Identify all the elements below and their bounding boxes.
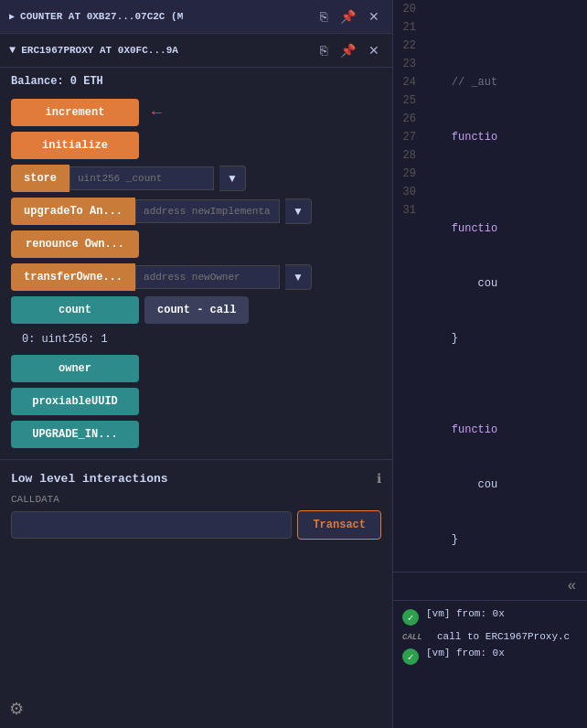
contract1-chevron-icon: ▶: [9, 11, 15, 22]
low-level-input-row: Transact: [11, 510, 381, 540]
double-chevron-icon[interactable]: «: [563, 574, 580, 598]
buttons-area: increment ← initialize store ▼ upgradeTo…: [0, 95, 392, 452]
store-row: store ▼: [11, 165, 381, 192]
low-level-section: Low level interactions ℹ CALLDATA Transa…: [0, 459, 392, 551]
contract2-close-button[interactable]: ✕: [365, 41, 383, 59]
info-icon[interactable]: ℹ: [377, 471, 381, 487]
initialize-row: initialize: [11, 132, 381, 159]
right-panel: 20 21 22 23 24 25 26 27 28 29 30 31 // _…: [393, 0, 587, 728]
terminal-text-1: [vm] from: 0x: [426, 608, 505, 619]
settings-button[interactable]: ⚙: [9, 699, 24, 719]
low-level-header: Low level interactions ℹ: [11, 471, 381, 487]
count-button[interactable]: count: [11, 296, 139, 324]
store-input-group: store: [11, 165, 214, 192]
count-call-button[interactable]: count - call: [144, 296, 249, 324]
initialize-button[interactable]: initialize: [11, 132, 139, 159]
increment-row: increment ←: [11, 99, 381, 126]
balance-label: Balance:: [11, 75, 64, 88]
contract1-copy-button[interactable]: ⎘: [316, 7, 331, 26]
upgradeto-input[interactable]: [135, 199, 280, 223]
line-numbers: 20 21 22 23 24 25 26 27 28 29 30 31: [393, 0, 425, 572]
upgradeto-row: upgradeTo An... ▼: [11, 198, 381, 225]
upgrade-in-row: UPGRADE_IN...: [11, 421, 381, 448]
transact-button[interactable]: Transact: [297, 510, 381, 540]
renounceown-button[interactable]: renounce Own...: [11, 230, 139, 258]
count-result-value: 0: uint256: 1: [22, 333, 108, 346]
code-area: 20 21 22 23 24 25 26 27 28 29 30 31 // _…: [393, 0, 587, 572]
left-panel: ▶ COUNTER AT 0XB27...07C2C (M ⎘ 📌 ✕ ▼ ER…: [0, 0, 393, 728]
contract2-copy-button[interactable]: ⎘: [316, 41, 331, 59]
chevron-area: «: [393, 572, 587, 600]
transferowne-input-group: transferOwne...: [11, 263, 280, 291]
contract2-pin-button[interactable]: 📌: [336, 41, 359, 59]
calldata-label: CALLDATA: [11, 494, 381, 505]
count-result: 0: uint256: 1: [11, 329, 381, 349]
transferowne-row: transferOwne... ▼: [11, 263, 381, 291]
balance-row: Balance: 0 ETH: [0, 68, 392, 95]
contract1-title: COUNTER AT 0XB27...07C2C (M: [20, 11, 311, 22]
success-icon-3: [402, 648, 419, 665]
upgradeto-input-group: upgradeTo An...: [11, 198, 280, 225]
store-dropdown-button[interactable]: ▼: [219, 166, 246, 191]
contract1-close-button[interactable]: ✕: [365, 7, 383, 26]
code-content: // _aut functio functio cou } functio co…: [425, 0, 587, 572]
red-arrow-icon: ←: [152, 103, 162, 122]
terminal-entry-1: [vm] from: 0x: [402, 608, 578, 626]
terminal-area: [vm] from: 0x CALL call to ERC1967Proxy.…: [393, 600, 587, 728]
contract1-pin-button[interactable]: 📌: [336, 7, 359, 26]
success-icon-1: [402, 609, 419, 626]
owner-row: owner: [11, 355, 381, 382]
store-button[interactable]: store: [11, 165, 69, 192]
proxiableuuid-button[interactable]: proxiableUUID: [11, 388, 139, 415]
transferowne-input[interactable]: [135, 265, 280, 289]
upgradeto-dropdown-button[interactable]: ▼: [285, 198, 312, 224]
terminal-text-3: [vm] from: 0x: [426, 648, 505, 658]
upgradeto-button[interactable]: upgradeTo An...: [11, 198, 135, 225]
low-level-title: Low level interactions: [11, 472, 168, 486]
increment-button[interactable]: increment: [11, 99, 139, 126]
balance-value: 0 ETH: [70, 75, 103, 88]
count-row: count count - call: [11, 296, 381, 324]
renounceown-row: renounce Own...: [11, 230, 381, 258]
contract1-header: ▶ COUNTER AT 0XB27...07C2C (M ⎘ 📌 ✕: [0, 0, 392, 34]
contract2-chevron-icon: ▼: [9, 44, 16, 57]
proxiableuuid-row: proxiableUUID: [11, 388, 381, 415]
owner-button[interactable]: owner: [11, 355, 139, 382]
calldata-input[interactable]: [11, 511, 292, 539]
contract2-header: ▼ ERC1967PROXY AT 0X0FC...9A ⎘ 📌 ✕: [0, 34, 392, 68]
bottom-settings: ⚙: [9, 699, 24, 719]
transferowne-dropdown-button[interactable]: ▼: [285, 264, 312, 290]
store-input[interactable]: [69, 166, 214, 190]
call-icon: CALL: [402, 633, 430, 642]
terminal-entry-3: [vm] from: 0x: [402, 648, 578, 665]
contract2-title: ERC1967PROXY AT 0X0FC...9A: [21, 45, 311, 56]
upgrade-in-button[interactable]: UPGRADE_IN...: [11, 421, 139, 448]
terminal-text-2: call to ERC1967Proxy.c: [437, 631, 570, 642]
terminal-entry-2: CALL call to ERC1967Proxy.c: [402, 631, 578, 642]
transferowne-button[interactable]: transferOwne...: [11, 263, 135, 291]
